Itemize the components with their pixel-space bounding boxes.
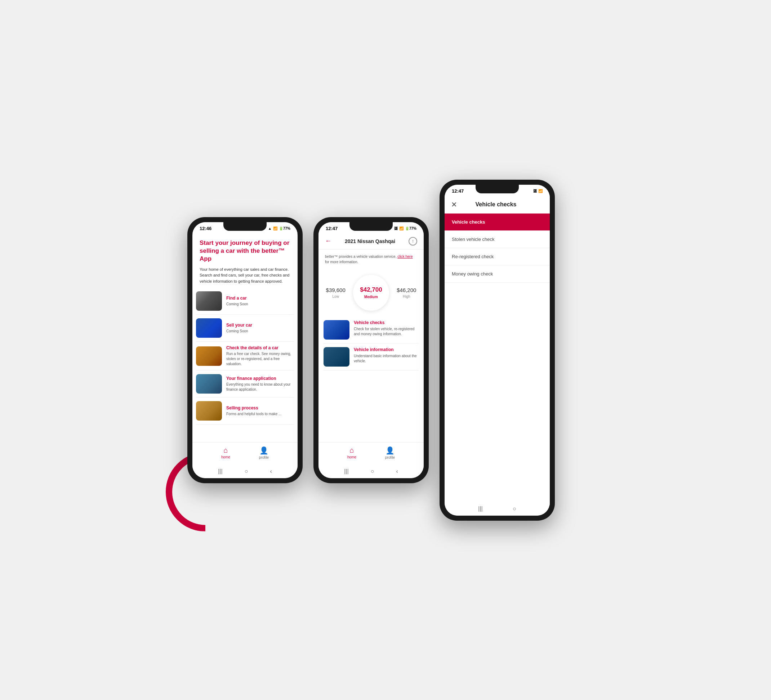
menu-thumb-sell-car [196, 318, 222, 338]
close-button[interactable]: ✕ [451, 200, 457, 209]
feature-desc-checks: Check for stolen vehicle, re-registered … [354, 326, 419, 337]
check-item-vehicle-checks[interactable]: Vehicle checks [444, 214, 550, 231]
menu-item-check-car[interactable]: Check the details of a car Run a free ca… [196, 342, 294, 370]
back-button[interactable]: ← [325, 237, 332, 245]
nav-profile-1[interactable]: 👤 profile [259, 446, 269, 460]
menu-item-sell-car[interactable]: Sell your car Coming Soon [196, 315, 294, 342]
feature-vehicle-info[interactable]: Vehicle information Understand basic inf… [324, 344, 419, 370]
menu-thumb-find-car [196, 291, 222, 311]
valuation-medium: $42,700 Medium [353, 275, 389, 311]
info-button[interactable]: ! [408, 237, 417, 245]
phone-notch [223, 222, 267, 231]
check-item-money-owing[interactable]: Money owing check [444, 265, 550, 283]
phone-3-screen: ✕ Vehicle checks Vehicle checks Stolen v… [444, 196, 550, 405]
profile-icon-2: 👤 [386, 446, 395, 455]
profile-icon-1: 👤 [259, 446, 268, 455]
phone-2-notch [350, 222, 393, 231]
android-btn-back-2[interactable]: ‹ [396, 468, 398, 474]
android-btn-home-1[interactable]: ○ [245, 468, 248, 474]
feature-title-info: Vehicle information [354, 347, 419, 352]
valuation-low: $39,600 Low [326, 287, 345, 299]
android-btn-menu-3[interactable]: ||| [478, 505, 482, 512]
phone-1-screen: Start your journey of buying or selling … [192, 233, 298, 442]
phone-2-screen: ← 2021 Nissan Qashqai ! better™ provides… [319, 233, 424, 442]
menu-item-selling[interactable]: Selling process Forms and helpful tools … [196, 398, 294, 424]
val-price-high: $46,200 [397, 287, 416, 293]
menu-label-check-car: Check the details of a car [226, 345, 294, 350]
home-icon-2: ⌂ [350, 446, 354, 455]
nav-profile-2[interactable]: 👤 profile [385, 446, 395, 460]
phone-2-nav-title: 2021 Nissan Qashqai [345, 239, 395, 244]
feature-desc-info: Understand basic information about the v… [354, 354, 419, 364]
feature-thumb-checks [324, 320, 350, 339]
status-time: 12:46 [200, 226, 211, 231]
nav-home-2[interactable]: ⌂ home [347, 446, 356, 460]
feature-vehicle-checks[interactable]: Vehicle checks Check for stolen vehicle,… [324, 317, 419, 344]
status-icons-3: 🖼 📶 [533, 189, 543, 193]
menu-label-finance: Your finance application [226, 376, 294, 381]
menu-desc-selling: Forms and helpful tools to make ... [226, 412, 281, 417]
phone-1: 12:46 ▲ 📶 🔋77% Start your journey of buy… [187, 217, 303, 483]
status-time-3: 12:47 [452, 188, 464, 194]
val-price-medium: $42,700 [360, 286, 382, 294]
phone-1-subtitle: Your home of everything car sales and ca… [200, 266, 290, 284]
valuation-section: $39,600 Low $42,700 Medium $46,200 High [319, 269, 424, 317]
menu-label-selling: Selling process [226, 406, 281, 411]
menu-item-find-car[interactable]: Find a car Coming Soon [196, 288, 294, 315]
phone-3-notch [476, 185, 519, 193]
scene: 12:46 ▲ 📶 🔋77% Start your journey of buy… [187, 180, 584, 521]
phone-2: 12:47 🖼 📶 🔋77% ← 2021 Nissan Qashqai ! b… [314, 217, 429, 483]
phone-2-nav: ← 2021 Nissan Qashqai ! [319, 233, 424, 250]
nav-home-1[interactable]: ⌂ home [221, 446, 230, 460]
android-bar-3: ||| ○ [444, 405, 550, 516]
android-btn-menu-1[interactable]: ||| [218, 468, 222, 474]
nav-profile-label-2: profile [385, 455, 395, 460]
phone-3: 12:47 🖼 📶 ✕ Vehicle checks Vehicle check… [439, 180, 555, 521]
status-time-2: 12:47 [326, 226, 338, 231]
banner-suffix: for more information. [325, 260, 358, 264]
android-btn-home-3[interactable]: ○ [513, 505, 516, 512]
android-bar-1: ||| ○ ‹ [192, 465, 298, 478]
val-label-medium: Medium [364, 295, 378, 299]
banner-link[interactable]: click here [397, 255, 413, 258]
feature-list: Vehicle checks Check for stolen vehicle,… [319, 317, 424, 370]
menu-thumb-selling [196, 401, 222, 421]
val-price-low: $39,600 [326, 287, 345, 293]
nav-profile-label-1: profile [259, 455, 269, 460]
bottom-nav-2: ⌂ home 👤 profile [319, 442, 424, 465]
check-label-vehicle-checks: Vehicle checks [452, 219, 485, 225]
nav-home-label-2: home [347, 455, 356, 459]
phone-1-header: Start your journey of buying or selling … [192, 233, 298, 288]
android-btn-back-1[interactable]: ‹ [270, 468, 272, 474]
vehicle-checks-list: Vehicle checks Stolen vehicle check Re-r… [444, 214, 550, 283]
menu-desc-find-car: Coming Soon [226, 302, 248, 307]
check-item-reregistered[interactable]: Re-registered check [444, 248, 550, 265]
check-label-money-owing: Money owing check [452, 271, 493, 276]
phone-3-header: ✕ Vehicle checks [444, 196, 550, 214]
val-label-high: High [397, 294, 416, 299]
menu-thumb-finance [196, 374, 222, 393]
android-btn-menu-2[interactable]: ||| [344, 468, 348, 474]
valuation-banner: better™ provides a vehicle valuation ser… [319, 250, 424, 269]
check-item-stolen[interactable]: Stolen vehicle check [444, 231, 550, 248]
valuation-high: $46,200 High [397, 287, 416, 299]
status-icons: ▲ 📶 🔋77% [268, 226, 290, 231]
nav-home-label-1: home [221, 455, 230, 459]
menu-label-find-car: Find a car [226, 296, 248, 300]
phone-1-title: Start your journey of buying or selling … [200, 239, 290, 263]
android-bar-2: ||| ○ ‹ [319, 465, 424, 478]
feature-thumb-info [324, 347, 350, 367]
menu-item-finance[interactable]: Your finance application Everything you … [196, 370, 294, 398]
menu-desc-sell-car: Coming Soon [226, 329, 252, 334]
feature-title-checks: Vehicle checks [354, 320, 419, 325]
check-label-stolen: Stolen vehicle check [452, 237, 494, 242]
android-btn-home-2[interactable]: ○ [371, 468, 374, 474]
bottom-nav-1: ⌂ home 👤 profile [192, 442, 298, 465]
menu-thumb-check-car [196, 346, 222, 366]
menu-label-sell-car: Sell your car [226, 323, 252, 328]
menu-desc-check-car: Run a free car check. See money owing, s… [226, 351, 294, 367]
check-label-reregistered: Re-registered check [452, 254, 494, 259]
banner-text: better™ provides a vehicle valuation ser… [325, 255, 396, 258]
val-label-low: Low [326, 294, 345, 299]
status-icons-2: 🖼 📶 🔋77% [394, 226, 416, 231]
